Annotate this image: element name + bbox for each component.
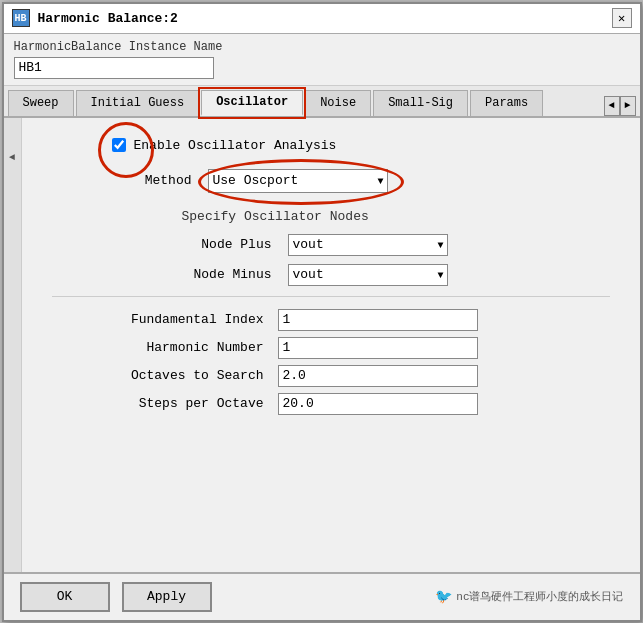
method-row: Method Use Oscport Autonomous Manual ▼ <box>112 169 610 193</box>
harmonic-number-input[interactable] <box>278 337 478 359</box>
window-title: Harmonic Balance:2 <box>38 11 612 26</box>
enable-oscillator-wrapper: Enable Oscillator Analysis <box>112 138 337 153</box>
tab-next-button[interactable]: ► <box>620 96 636 116</box>
steps-per-octave-label: Steps per Octave <box>52 396 272 411</box>
divider <box>52 296 610 297</box>
tab-initial-guess[interactable]: Initial Guess <box>76 90 200 116</box>
window-icon: HB <box>12 9 30 27</box>
node-plus-row: Node Plus vout vin gnd ▼ <box>182 234 610 256</box>
node-plus-select[interactable]: vout vin gnd <box>288 234 448 256</box>
watermark-label: nc谱鸟硬件工程师小度的成长日记 <box>456 589 623 604</box>
title-bar: HB Harmonic Balance:2 ✕ <box>4 4 640 34</box>
tabs-bar: Sweep Initial Guess Oscillator Noise Sma… <box>4 86 640 118</box>
octaves-to-search-row: Octaves to Search <box>52 365 610 387</box>
main-content: ◄ Enable Oscillator Analysis Method Use … <box>4 118 640 572</box>
method-dropdown-wrapper: Use Oscport Autonomous Manual ▼ <box>208 169 388 193</box>
node-plus-wrapper: vout vin gnd ▼ <box>288 234 448 256</box>
tab-nav: ◄ ► <box>604 96 640 116</box>
instance-section: HarmonicBalance Instance Name <box>4 34 640 86</box>
harmonic-number-label: Harmonic Number <box>52 340 272 355</box>
side-arrow-button[interactable]: ◄ <box>9 148 15 167</box>
ok-button[interactable]: OK <box>20 582 110 612</box>
octaves-to-search-input[interactable] <box>278 365 478 387</box>
octaves-to-search-label: Octaves to Search <box>52 368 272 383</box>
enable-oscillator-label: Enable Oscillator Analysis <box>134 138 337 153</box>
main-window: HB Harmonic Balance:2 ✕ HarmonicBalance … <box>2 2 642 622</box>
method-label: Method <box>112 173 192 188</box>
watermark-icon: 🐦 <box>435 588 452 605</box>
tab-noise[interactable]: Noise <box>305 90 371 116</box>
watermark: 🐦 nc谱鸟硬件工程师小度的成长日记 <box>435 588 623 605</box>
harmonic-number-row: Harmonic Number <box>52 337 610 359</box>
node-minus-row: Node Minus vout vin gnd ▼ <box>182 264 610 286</box>
specify-nodes-label: Specify Oscillator Nodes <box>182 209 610 224</box>
tab-oscillator[interactable]: Oscillator <box>201 90 303 116</box>
bottom-bar: OK Apply 🐦 nc谱鸟硬件工程师小度的成长日记 <box>4 572 640 620</box>
tab-small-sig[interactable]: Small-Sig <box>373 90 468 116</box>
tab-sweep[interactable]: Sweep <box>8 90 74 116</box>
apply-button[interactable]: Apply <box>122 582 212 612</box>
enable-oscillator-row: Enable Oscillator Analysis <box>112 138 610 153</box>
node-plus-label: Node Plus <box>182 237 272 252</box>
node-minus-select[interactable]: vout vin gnd <box>288 264 448 286</box>
node-minus-label: Node Minus <box>182 267 272 282</box>
instance-name-input[interactable] <box>14 57 214 79</box>
instance-name-label: HarmonicBalance Instance Name <box>14 40 630 54</box>
tab-params[interactable]: Params <box>470 90 543 116</box>
steps-per-octave-input[interactable] <box>278 393 478 415</box>
fundamental-index-row: Fundamental Index <box>52 309 610 331</box>
node-minus-wrapper: vout vin gnd ▼ <box>288 264 448 286</box>
tab-prev-button[interactable]: ◄ <box>604 96 620 116</box>
param-section: Fundamental Index Harmonic Number Octave… <box>52 309 610 415</box>
steps-per-octave-row: Steps per Octave <box>52 393 610 415</box>
oscillator-content: Enable Oscillator Analysis Method Use Os… <box>22 118 640 572</box>
side-panel: ◄ <box>4 118 22 572</box>
fundamental-index-label: Fundamental Index <box>52 312 272 327</box>
close-button[interactable]: ✕ <box>612 8 632 28</box>
enable-oscillator-checkbox[interactable] <box>112 138 126 152</box>
fundamental-index-input[interactable] <box>278 309 478 331</box>
method-select[interactable]: Use Oscport Autonomous Manual <box>208 169 388 193</box>
